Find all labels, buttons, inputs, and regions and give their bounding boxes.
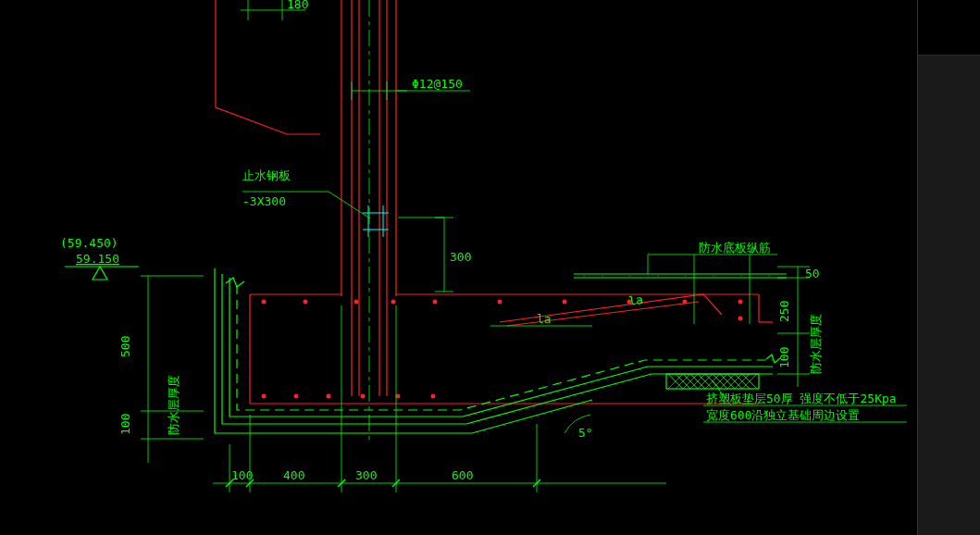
db-400-text: 400 — [283, 468, 304, 482]
dim-500-text: 500 — [118, 336, 132, 357]
svg-point-10 — [262, 394, 267, 399]
upper-left-wall-outline — [216, 0, 320, 134]
dim-180: 180 — [241, 0, 308, 20]
svg-point-3 — [391, 300, 396, 305]
svg-point-8 — [683, 300, 688, 305]
waterstop-leader: 止水钢板 -3X300 — [242, 168, 370, 218]
vnote-left-text: 防水层厚度 — [167, 375, 180, 435]
footing-left-bottom — [250, 294, 759, 404]
db-300-text: 300 — [355, 468, 377, 482]
rebar-spec-text: Φ12@150 — [412, 77, 463, 91]
elev-under-text: 59.150 — [76, 252, 119, 266]
rebar-dots — [262, 300, 743, 399]
elevation-marker: (59.450) 59.150 — [60, 236, 139, 280]
drawing-svg: 180 Φ12@150 止水钢板 -3X300 (59.450) 59.150 — [0, 0, 980, 535]
dims-right-vertical: 50 250 100 防水层厚度 — [777, 267, 823, 387]
svg-point-6 — [563, 300, 567, 305]
sidebar-preview — [918, 0, 980, 56]
waterstop-title-text: 止水钢板 — [242, 168, 291, 182]
waterproof-layers — [215, 268, 780, 433]
dim-300-vertical: 300 — [398, 218, 471, 292]
dim-100r-text: 100 — [777, 347, 791, 368]
svg-point-11 — [294, 394, 299, 399]
angle-text: 5° — [578, 426, 593, 440]
la1-text: la — [537, 312, 552, 326]
vnote-right-text: 防水层厚度 — [809, 314, 823, 374]
svg-point-15 — [431, 394, 436, 399]
elev-paren-text: (59.450) — [60, 236, 118, 250]
db-600-text: 600 — [452, 468, 473, 482]
svg-point-9 — [738, 300, 743, 305]
svg-point-4 — [433, 300, 438, 305]
diag-rebar-1 — [500, 294, 722, 322]
la-labels: la la — [490, 292, 644, 326]
dim-300v-text: 300 — [450, 250, 471, 264]
cad-viewport[interactable]: 180 Φ12@150 止水钢板 -3X300 (59.450) 59.150 — [0, 0, 980, 535]
db-100-text: 100 — [231, 468, 253, 482]
svg-point-0 — [262, 300, 267, 305]
svg-point-1 — [304, 300, 308, 305]
svg-line-28 — [329, 192, 370, 218]
note-bottom-slab-rebar: 防水底板纵筋 — [648, 241, 777, 324]
svg-point-12 — [327, 394, 331, 399]
svg-point-16 — [738, 317, 743, 321]
waterstop-plate-symbol — [363, 205, 389, 237]
dims-left-vertical: 500 100 防水层厚度 — [118, 276, 204, 463]
angle-marker: 5° — [564, 415, 593, 440]
svg-point-13 — [361, 394, 366, 399]
svg-point-5 — [498, 300, 502, 305]
waterstop-size-text: -3X300 — [242, 194, 286, 208]
svg-point-2 — [354, 300, 359, 305]
dim-180-text: 180 — [287, 0, 308, 11]
bottom-note-text: 防水底板纵筋 — [699, 241, 771, 255]
dims-bottom-chain: 100 400 300 600 — [213, 305, 666, 492]
note-line2-text: 宽度600沿独立基础周边设置 — [706, 408, 860, 422]
slab-right — [574, 274, 787, 278]
dim-50-text: 50 — [805, 267, 820, 280]
right-sidebar — [917, 0, 980, 535]
dim-100v-text: 100 — [118, 414, 132, 435]
dim-250-text: 250 — [777, 301, 791, 322]
la2-text: la — [627, 292, 644, 308]
note-line1-text: 挤塑板垫层50厚 强度不低于25Kpa — [706, 392, 897, 405]
